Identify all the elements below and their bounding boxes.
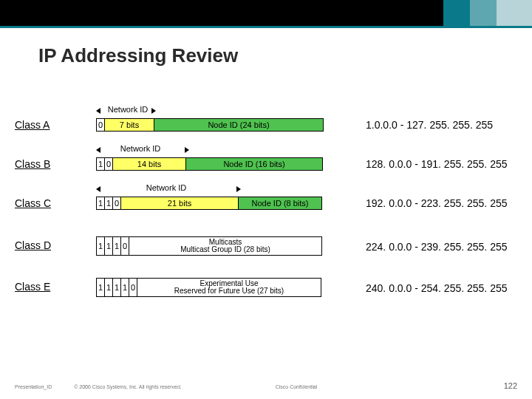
class-b-bar: 1 0 14 bits Node ID (16 bits)	[96, 157, 323, 171]
class-a-row: Class A 0 7 bits Node ID (24 bits) 1.0.0…	[0, 118, 532, 133]
class-d-label: Class D	[15, 239, 51, 251]
class-e-row: Class E 1 1 1 1 0 Experimental Use Reser…	[0, 278, 532, 297]
class-d-row: Class D 1 1 1 0 Multicasts Multicast Gro…	[0, 236, 532, 256]
class-d-bar: 1 1 1 0 Multicasts Multicast Group ID (2…	[96, 236, 322, 256]
net-cell: 7 bits	[104, 118, 154, 132]
class-a-range: 1.0.0.0 - 127. 255. 255. 255	[366, 119, 493, 131]
node-cell: Node ID (16 bits)	[185, 157, 323, 171]
class-a-label: Class A	[15, 119, 50, 131]
node-cell: Node ID (8 bits)	[238, 197, 322, 210]
title-bar	[0, 0, 532, 28]
arrow-left-icon	[96, 186, 100, 192]
class-c-range: 192. 0.0.0 - 223. 255. 255. 255	[366, 197, 508, 209]
network-id-label-a: Network ID	[102, 105, 154, 114]
copyright: © 2006 Cisco Systems, Inc. All rights re…	[52, 384, 261, 389]
accent-stripes	[443, 0, 532, 28]
class-e-label: Class E	[15, 281, 50, 293]
arrow-right-icon	[236, 186, 241, 192]
accent-line	[0, 26, 532, 28]
footer: Presentation_ID © 2006 Cisco Systems, In…	[15, 381, 517, 390]
network-id-label-b: Network ID	[115, 144, 166, 153]
presentation-id: Presentation_ID	[15, 384, 52, 389]
class-c-label: Class C	[15, 197, 51, 209]
class-d-range: 224. 0.0.0 - 239. 255. 255. 255	[366, 241, 508, 253]
node-cell: Node ID (24 bits)	[154, 118, 324, 132]
confidential: Cisco Confidential	[261, 384, 317, 389]
class-c-row: Class C 1 1 0 21 bits Node ID (8 bits) 1…	[0, 197, 532, 211]
net-cell: 21 bits	[120, 197, 239, 210]
experimental-line2: Reserved for Future Use (27 bits)	[174, 287, 284, 295]
multicast-line2: Multicast Group ID (28 bits)	[180, 246, 270, 253]
multicast-cell: Multicasts Multicast Group ID (28 bits)	[129, 236, 322, 256]
arrow-left-icon	[96, 108, 100, 114]
network-id-label-c: Network ID	[140, 183, 192, 192]
class-b-range: 128. 0.0.0 - 191. 255. 255. 255	[366, 158, 508, 170]
slide-title: IP Addressing Review	[38, 44, 532, 67]
class-e-range: 240. 0.0.0 - 254. 255. 255. 255	[366, 282, 508, 294]
class-b-row: Class B 1 0 14 bits Node ID (16 bits) 12…	[0, 157, 532, 172]
class-c-bar: 1 1 0 21 bits Node ID (8 bits)	[96, 197, 322, 210]
arrow-right-icon	[151, 108, 156, 114]
class-e-bar: 1 1 1 1 0 Experimental Use Reserved for …	[96, 278, 321, 297]
net-cell: 14 bits	[112, 157, 186, 171]
page-number: 122	[504, 381, 517, 390]
class-a-bar: 0 7 bits Node ID (24 bits)	[96, 118, 324, 132]
arrow-right-icon	[185, 147, 189, 153]
arrow-left-icon	[96, 147, 100, 153]
experimental-cell: Experimental Use Reserved for Future Use…	[137, 278, 321, 297]
class-b-label: Class B	[15, 158, 50, 170]
